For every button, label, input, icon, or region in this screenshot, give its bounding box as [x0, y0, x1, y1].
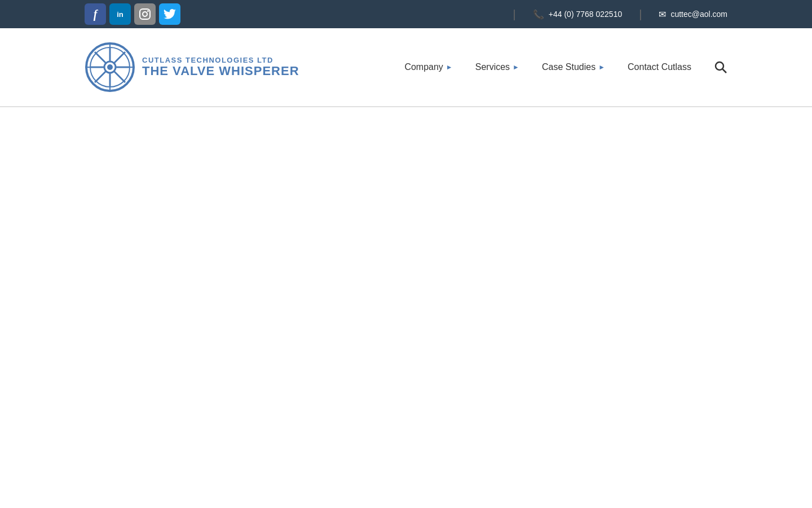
logo-text: CUTLASS TECHNOLOGIES LTD THE VALVE WHISP…: [142, 56, 299, 78]
main-nav: Company ► Services ► Case Studies ► Cont…: [404, 60, 727, 74]
nav-company-label: Company: [404, 62, 443, 72]
nav-company[interactable]: Company ►: [404, 62, 452, 72]
nav-services[interactable]: Services ►: [475, 62, 519, 72]
svg-point-6: [107, 64, 113, 70]
phone-link[interactable]: 📞 +44 (0) 7768 022510: [533, 9, 622, 20]
linkedin-icon: in: [117, 10, 123, 19]
twitter-link[interactable]: [159, 3, 180, 25]
svg-point-2: [147, 10, 149, 12]
nav-case-studies[interactable]: Case Studies ►: [542, 62, 605, 72]
svg-line-13: [114, 52, 125, 63]
logo-wheel-icon: [85, 42, 135, 93]
phone-number: +44 (0) 7768 022510: [549, 10, 622, 19]
email-link[interactable]: ✉ cuttec@aol.com: [659, 9, 727, 20]
nav-services-arrow: ►: [513, 63, 519, 71]
logo-line1: CUTLASS TECHNOLOGIES LTD: [142, 56, 299, 64]
svg-line-14: [95, 71, 106, 82]
main-header: CUTLASS TECHNOLOGIES LTD THE VALVE WHISP…: [0, 28, 812, 107]
contact-info: | 📞 +44 (0) 7768 022510 | ✉ cuttec@aol.c…: [513, 8, 727, 21]
email-address: cuttec@aol.com: [670, 10, 727, 19]
svg-point-19: [716, 62, 723, 70]
nav-contact[interactable]: Contact Cutlass: [628, 62, 691, 72]
instagram-icon: [139, 8, 151, 20]
svg-line-12: [114, 71, 125, 82]
social-icons: f in: [85, 3, 180, 25]
nav-contact-label: Contact Cutlass: [628, 62, 691, 72]
facebook-icon: f: [94, 8, 98, 21]
content-area: [0, 107, 812, 508]
divider: |: [513, 8, 516, 21]
svg-line-20: [723, 69, 727, 73]
svg-line-11: [95, 52, 106, 63]
top-bar: f in | 📞 +44 (0) 7768 022510 | ✉ cuttec@: [0, 0, 812, 28]
facebook-link[interactable]: f: [85, 3, 106, 25]
logo-line2: THE VALVE WHISPERER: [142, 64, 299, 78]
divider2: |: [639, 8, 642, 21]
nav-services-label: Services: [475, 62, 510, 72]
instagram-link[interactable]: [134, 3, 156, 25]
nav-case-studies-label: Case Studies: [542, 62, 595, 72]
email-icon: ✉: [659, 9, 666, 20]
phone-icon: 📞: [533, 9, 544, 20]
nav-company-arrow: ►: [446, 63, 453, 71]
nav-case-studies-arrow: ►: [598, 63, 605, 71]
svg-point-1: [143, 12, 147, 16]
logo[interactable]: CUTLASS TECHNOLOGIES LTD THE VALVE WHISP…: [85, 42, 299, 93]
search-button[interactable]: [714, 60, 727, 74]
twitter-icon: [164, 9, 176, 19]
linkedin-link[interactable]: in: [109, 3, 131, 25]
search-icon: [714, 60, 727, 74]
